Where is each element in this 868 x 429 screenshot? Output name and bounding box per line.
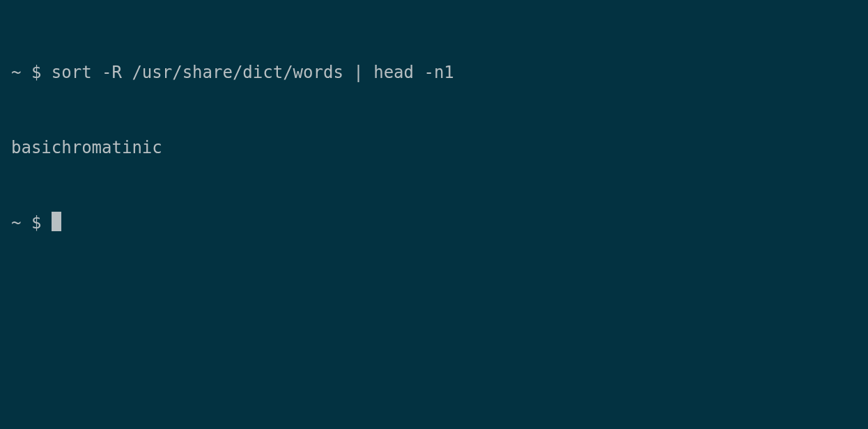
prompt-path: ~ bbox=[11, 63, 21, 82]
output-line: basichromatinic bbox=[11, 135, 857, 160]
command-output: basichromatinic bbox=[11, 138, 162, 157]
prompt-symbol: $ bbox=[31, 63, 41, 82]
command-line-1: ~ $ sort -R /usr/share/dict/words | head… bbox=[11, 60, 857, 85]
active-prompt-line[interactable]: ~ $ bbox=[11, 210, 857, 235]
terminal[interactable]: ~ $ sort -R /usr/share/dict/words | head… bbox=[11, 10, 857, 260]
command-text: sort -R /usr/share/dict/words | head -n1 bbox=[52, 63, 454, 82]
prompt-symbol: $ bbox=[31, 213, 41, 233]
cursor bbox=[52, 212, 61, 231]
prompt-path: ~ bbox=[11, 213, 21, 233]
